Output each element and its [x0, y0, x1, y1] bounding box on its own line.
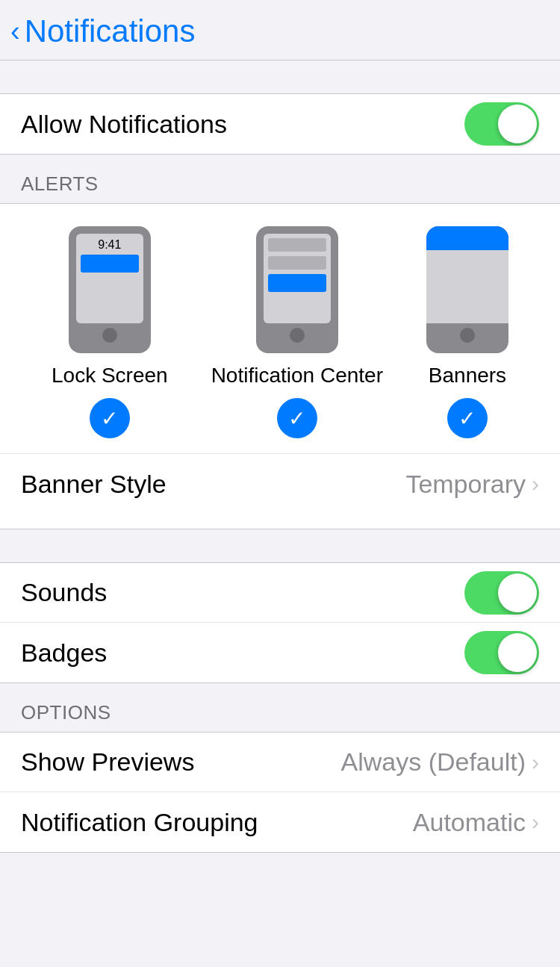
- notification-grouping-label: Notification Grouping: [21, 808, 258, 837]
- page-title: Notifications: [25, 13, 196, 49]
- sounds-label: Sounds: [21, 578, 107, 607]
- allow-notifications-toggle[interactable]: [464, 102, 539, 146]
- toggle-knob: [498, 105, 537, 143]
- notification-grouping-row[interactable]: Notification Grouping Automatic ›: [0, 792, 560, 852]
- notification-grouping-value-text: Automatic: [413, 808, 526, 837]
- options-section-header: OPTIONS: [0, 683, 560, 732]
- back-chevron-icon[interactable]: ‹: [10, 17, 20, 46]
- lock-screen-mockup: 9:41: [69, 226, 151, 353]
- badges-row: Badges: [0, 623, 560, 683]
- phone-home-button-2: [290, 328, 305, 343]
- notification-grouping-chevron-icon: ›: [532, 809, 539, 835]
- sounds-badges-card: Sounds Badges: [0, 562, 560, 683]
- alerts-card: 9:41 Lock Screen ✓ Notification Center: [0, 203, 560, 529]
- phone-home-button-3: [460, 328, 475, 343]
- notification-center-option[interactable]: Notification Center ✓: [211, 226, 383, 438]
- options-card: Show Previews Always (Default) › Notific…: [0, 732, 560, 853]
- badges-toggle[interactable]: [464, 631, 539, 674]
- allow-notifications-row: Allow Notifications: [0, 94, 560, 154]
- notification-grouping-value: Automatic ›: [413, 808, 539, 837]
- banners-mockup: [426, 226, 508, 353]
- lock-screen-label: Lock Screen: [52, 364, 168, 388]
- notif-bar-2: [268, 256, 326, 270]
- checkmark-icon-3: ✓: [458, 406, 476, 431]
- show-previews-label: Show Previews: [21, 747, 194, 777]
- lock-screen-screen: 9:41: [76, 234, 143, 323]
- sounds-row: Sounds: [0, 563, 560, 623]
- lock-notification-bar: [81, 255, 139, 273]
- notif-bar-1: [268, 238, 326, 252]
- lock-screen-option[interactable]: 9:41 Lock Screen ✓: [52, 226, 168, 438]
- middle-gap: [0, 529, 560, 562]
- banners-screen-wrap: [426, 226, 508, 323]
- notification-center-label: Notification Center: [211, 364, 383, 388]
- banners-label: Banners: [429, 364, 506, 388]
- alert-options-row: 9:41 Lock Screen ✓ Notification Center: [0, 226, 560, 438]
- badges-label: Badges: [21, 638, 107, 668]
- top-gap: [0, 60, 560, 93]
- banners-option[interactable]: Banners ✓: [426, 226, 508, 438]
- banner-style-row[interactable]: Banner Style Temporary ›: [0, 454, 560, 514]
- show-previews-row[interactable]: Show Previews Always (Default) ›: [0, 733, 560, 792]
- banner-style-chevron-icon: ›: [532, 471, 539, 497]
- notif-bar-blue: [268, 274, 326, 292]
- show-previews-value-text: Always (Default): [340, 747, 526, 777]
- options-header-text: OPTIONS: [21, 701, 111, 724]
- banner-content: [426, 250, 508, 323]
- banner-style-value-text: Temporary: [405, 470, 526, 499]
- checkmark-icon: ✓: [101, 406, 118, 431]
- allow-notifications-card: Allow Notifications: [0, 93, 560, 155]
- lock-time: 9:41: [76, 234, 143, 255]
- header: ‹ Notifications: [0, 0, 560, 60]
- notification-center-screen: [264, 234, 331, 323]
- banners-check[interactable]: ✓: [447, 398, 488, 438]
- notification-center-check[interactable]: ✓: [277, 398, 317, 438]
- lock-screen-check[interactable]: ✓: [90, 398, 130, 438]
- phone-home-button: [102, 328, 117, 343]
- banner-bar: [426, 226, 508, 250]
- sounds-toggle-knob: [498, 573, 537, 612]
- sounds-toggle[interactable]: [464, 571, 539, 615]
- show-previews-chevron-icon: ›: [532, 750, 539, 775]
- alerts-section-header: ALERTS: [0, 155, 560, 203]
- allow-notifications-label: Allow Notifications: [21, 110, 227, 139]
- alerts-header-text: ALERTS: [21, 172, 99, 195]
- banner-style-label: Banner Style: [21, 470, 167, 499]
- checkmark-icon-2: ✓: [288, 406, 305, 431]
- notification-center-mockup: [256, 226, 338, 353]
- badges-toggle-knob: [498, 633, 537, 672]
- banner-style-value: Temporary ›: [405, 470, 539, 499]
- show-previews-value: Always (Default) ›: [340, 747, 539, 777]
